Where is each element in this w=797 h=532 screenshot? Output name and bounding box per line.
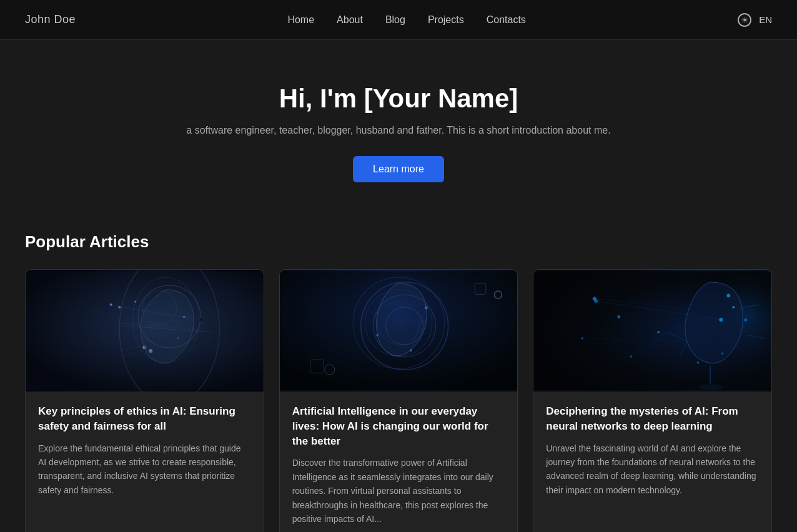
svg-point-12: [68, 308, 105, 345]
article-body-2: Artificial Intelligence in our everyday …: [280, 392, 518, 532]
nav-home[interactable]: Home: [287, 14, 314, 25]
svg-point-27: [637, 270, 771, 392]
svg-point-6: [183, 316, 186, 318]
svg-point-41: [721, 352, 724, 355]
svg-point-22: [376, 334, 379, 337]
svg-point-34: [581, 337, 583, 340]
svg-line-31: [747, 335, 765, 338]
svg-point-2: [142, 291, 177, 325]
theme-toggle-button[interactable]: [738, 13, 751, 27]
svg-line-25: [377, 308, 426, 335]
language-selector[interactable]: EN: [759, 14, 772, 25]
svg-rect-19: [475, 283, 486, 295]
svg-point-40: [745, 318, 748, 322]
svg-point-8: [134, 301, 136, 303]
nav-about[interactable]: About: [337, 14, 363, 25]
svg-point-13: [209, 290, 233, 314]
article-excerpt-3: Unravel the fascinating world of AI and …: [546, 441, 759, 526]
article-title-3: Deciphering the mysteries of AI: From ne…: [546, 404, 759, 434]
article-image-3: [533, 270, 771, 392]
svg-line-10: [123, 344, 147, 350]
article-excerpt-2: Discover the transformative power of Art…: [292, 456, 505, 526]
article-body-1: Key principles of ethics in AI: Ensuring…: [26, 392, 264, 532]
svg-rect-14: [280, 271, 518, 390]
learn-more-button[interactable]: Learn more: [353, 156, 444, 182]
article-body-3: Deciphering the mysteries of AI: From ne…: [533, 392, 771, 532]
articles-section: Popular Articles: [0, 220, 797, 532]
svg-rect-26: [533, 271, 771, 390]
svg-point-21: [424, 306, 427, 309]
svg-point-1: [132, 277, 199, 363]
svg-line-36: [631, 320, 687, 357]
hero-section: Hi, I'm [Your Name] a software engineer,…: [0, 40, 797, 220]
svg-line-24: [411, 308, 426, 350]
nav-blog[interactable]: Blog: [385, 14, 405, 25]
svg-line-28: [668, 332, 687, 342]
article-title-2: Artificial Intelligence in our everyday …: [292, 404, 505, 448]
svg-point-5: [110, 303, 112, 306]
svg-point-16: [353, 277, 444, 368]
svg-line-38: [582, 338, 687, 342]
svg-point-32: [593, 297, 597, 300]
svg-point-35: [630, 355, 633, 358]
articles-section-title: Popular Articles: [25, 232, 772, 252]
article-card-3: Deciphering the mysteries of AI: From ne…: [533, 269, 772, 532]
article-title-1: Key principles of ethics in AI: Ensuring…: [38, 404, 251, 434]
svg-point-18: [377, 302, 420, 344]
svg-point-23: [410, 349, 412, 352]
site-logo[interactable]: John Doe: [25, 13, 76, 26]
svg-point-42: [697, 362, 700, 364]
svg-point-17: [365, 290, 432, 357]
svg-line-4: [117, 323, 196, 329]
svg-point-39: [727, 293, 731, 297]
nav-links: Home About Blog Projects Contacts: [287, 14, 525, 26]
svg-rect-0: [26, 271, 264, 390]
navbar: John Doe Home About Blog Projects Contac…: [0, 0, 797, 40]
articles-grid: Key principles of ethics in AI: Ensuring…: [25, 269, 772, 532]
svg-point-44: [698, 384, 723, 390]
hero-subtitle: a software engineer, teacher, blogger, h…: [25, 125, 772, 136]
svg-line-29: [680, 342, 688, 357]
svg-point-7: [142, 345, 146, 349]
nav-right: EN: [738, 13, 772, 27]
article-card-1: Key principles of ethics in AI: Ensuring…: [25, 269, 264, 532]
article-image-1: [26, 270, 264, 392]
hero-title: Hi, I'm [Your Name]: [25, 84, 772, 114]
svg-line-3: [111, 305, 184, 317]
article-card-2: Artificial Intelligence in our everyday …: [279, 269, 518, 532]
svg-line-37: [595, 298, 689, 309]
article-excerpt-1: Explore the fundamental ethical principl…: [38, 441, 251, 526]
nav-contacts[interactable]: Contacts: [487, 14, 526, 25]
svg-point-15: [319, 270, 478, 392]
svg-point-9: [177, 337, 179, 339]
svg-point-33: [618, 315, 621, 318]
svg-line-11: [120, 350, 144, 357]
svg-line-30: [742, 305, 759, 308]
svg-rect-20: [310, 360, 323, 373]
article-image-2: [280, 270, 518, 392]
nav-projects[interactable]: Projects: [428, 14, 464, 25]
